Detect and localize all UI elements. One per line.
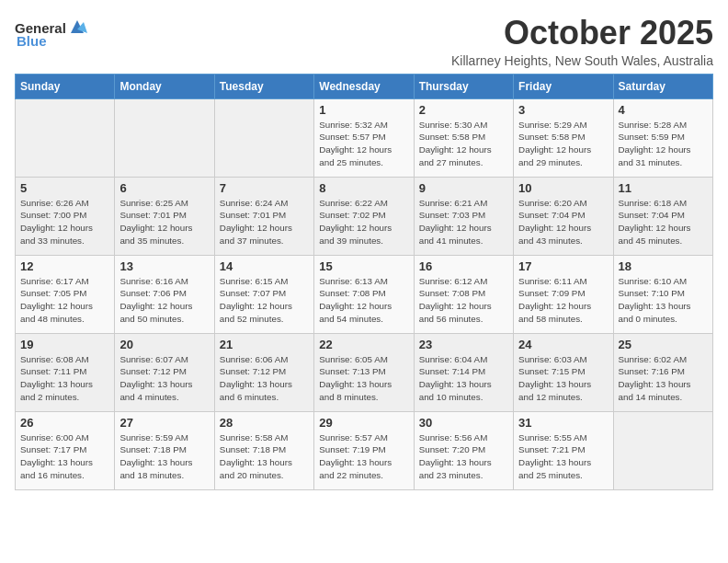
day-number: 17 xyxy=(518,259,608,273)
calendar-cell: 21Sunrise: 6:06 AM Sunset: 7:12 PM Dayli… xyxy=(214,333,313,411)
calendar-cell: 31Sunrise: 5:55 AM Sunset: 7:21 PM Dayli… xyxy=(514,411,613,489)
day-info: Sunrise: 6:21 AM Sunset: 7:03 PM Dayligh… xyxy=(419,197,508,247)
logo: General Blue xyxy=(15,18,87,49)
day-number: 26 xyxy=(20,416,109,430)
calendar-cell xyxy=(214,98,313,177)
day-number: 27 xyxy=(119,416,209,430)
day-info: Sunrise: 5:55 AM Sunset: 7:21 PM Dayligh… xyxy=(518,431,608,482)
calendar-cell xyxy=(613,411,712,489)
calendar-cell: 8Sunrise: 6:22 AM Sunset: 7:02 PM Daylig… xyxy=(314,177,414,255)
weekday-header-tuesday: Tuesday xyxy=(214,74,313,98)
weekday-header-friday: Friday xyxy=(514,74,613,98)
calendar-cell: 29Sunrise: 5:57 AM Sunset: 7:19 PM Dayli… xyxy=(314,411,414,489)
day-info: Sunrise: 6:25 AM Sunset: 7:01 PM Dayligh… xyxy=(119,197,209,247)
day-number: 3 xyxy=(518,103,608,117)
day-info: Sunrise: 5:56 AM Sunset: 7:20 PM Dayligh… xyxy=(419,431,508,482)
day-number: 16 xyxy=(419,259,508,273)
day-number: 7 xyxy=(220,181,309,195)
day-info: Sunrise: 5:57 AM Sunset: 7:19 PM Dayligh… xyxy=(319,431,408,482)
day-number: 4 xyxy=(619,103,708,117)
logo-icon xyxy=(67,17,87,37)
day-number: 25 xyxy=(619,338,708,351)
calendar-table: SundayMondayTuesdayWednesdayThursdayFrid… xyxy=(15,74,713,490)
day-number: 24 xyxy=(518,338,608,351)
weekday-header-monday: Monday xyxy=(115,74,214,98)
weekday-header-row: SundayMondayTuesdayWednesdayThursdayFrid… xyxy=(16,74,713,98)
day-number: 18 xyxy=(619,259,708,273)
weekday-header-wednesday: Wednesday xyxy=(314,74,414,98)
calendar-cell: 26Sunrise: 6:00 AM Sunset: 7:17 PM Dayli… xyxy=(16,411,115,489)
calendar-cell: 7Sunrise: 6:24 AM Sunset: 7:01 PM Daylig… xyxy=(214,177,313,255)
day-info: Sunrise: 6:26 AM Sunset: 7:00 PM Dayligh… xyxy=(20,197,109,247)
calendar-cell: 27Sunrise: 5:59 AM Sunset: 7:18 PM Dayli… xyxy=(115,411,214,489)
weekday-header-thursday: Thursday xyxy=(414,74,513,98)
calendar-cell: 16Sunrise: 6:12 AM Sunset: 7:08 PM Dayli… xyxy=(414,255,513,333)
calendar-cell: 30Sunrise: 5:56 AM Sunset: 7:20 PM Dayli… xyxy=(414,411,513,489)
day-number: 9 xyxy=(419,181,508,195)
day-number: 12 xyxy=(20,259,109,273)
day-info: Sunrise: 6:06 AM Sunset: 7:12 PM Dayligh… xyxy=(220,353,309,404)
day-info: Sunrise: 6:04 AM Sunset: 7:14 PM Dayligh… xyxy=(419,353,508,404)
day-info: Sunrise: 6:08 AM Sunset: 7:11 PM Dayligh… xyxy=(20,353,109,404)
calendar-cell: 5Sunrise: 6:26 AM Sunset: 7:00 PM Daylig… xyxy=(16,177,115,255)
calendar-cell: 18Sunrise: 6:10 AM Sunset: 7:10 PM Dayli… xyxy=(613,255,712,333)
day-info: Sunrise: 6:16 AM Sunset: 7:06 PM Dayligh… xyxy=(119,275,209,326)
day-info: Sunrise: 5:58 AM Sunset: 7:18 PM Dayligh… xyxy=(220,431,309,482)
day-info: Sunrise: 6:22 AM Sunset: 7:02 PM Dayligh… xyxy=(319,197,408,247)
day-number: 1 xyxy=(319,103,408,117)
day-info: Sunrise: 6:18 AM Sunset: 7:04 PM Dayligh… xyxy=(619,197,708,247)
day-info: Sunrise: 6:13 AM Sunset: 7:08 PM Dayligh… xyxy=(319,275,408,326)
calendar-cell: 25Sunrise: 6:02 AM Sunset: 7:16 PM Dayli… xyxy=(613,333,712,411)
day-number: 14 xyxy=(220,259,309,273)
calendar-week-3: 12Sunrise: 6:17 AM Sunset: 7:05 PM Dayli… xyxy=(16,255,713,333)
calendar-cell xyxy=(115,98,214,177)
day-number: 2 xyxy=(419,103,508,117)
weekday-header-sunday: Sunday xyxy=(16,74,115,98)
calendar-cell: 14Sunrise: 6:15 AM Sunset: 7:07 PM Dayli… xyxy=(214,255,313,333)
weekday-header-saturday: Saturday xyxy=(613,74,712,98)
calendar-cell: 11Sunrise: 6:18 AM Sunset: 7:04 PM Dayli… xyxy=(613,177,712,255)
calendar-cell: 6Sunrise: 6:25 AM Sunset: 7:01 PM Daylig… xyxy=(115,177,214,255)
calendar-cell: 13Sunrise: 6:16 AM Sunset: 7:06 PM Dayli… xyxy=(115,255,214,333)
day-number: 5 xyxy=(20,181,109,195)
calendar-cell: 2Sunrise: 5:30 AM Sunset: 5:58 PM Daylig… xyxy=(414,98,513,177)
day-info: Sunrise: 5:28 AM Sunset: 5:59 PM Dayligh… xyxy=(619,119,708,169)
calendar-cell: 24Sunrise: 6:03 AM Sunset: 7:15 PM Dayli… xyxy=(514,333,613,411)
calendar-cell: 10Sunrise: 6:20 AM Sunset: 7:04 PM Dayli… xyxy=(514,177,613,255)
day-number: 30 xyxy=(419,416,508,430)
day-number: 31 xyxy=(518,416,608,430)
calendar-cell: 28Sunrise: 5:58 AM Sunset: 7:18 PM Dayli… xyxy=(214,411,313,489)
calendar-cell xyxy=(16,98,115,177)
location-subtitle: Killarney Heights, New South Wales, Aust… xyxy=(451,53,713,68)
day-info: Sunrise: 6:00 AM Sunset: 7:17 PM Dayligh… xyxy=(20,431,109,482)
day-info: Sunrise: 6:02 AM Sunset: 7:16 PM Dayligh… xyxy=(619,353,708,404)
day-number: 22 xyxy=(319,338,408,351)
logo-blue: Blue xyxy=(17,33,47,49)
day-info: Sunrise: 6:03 AM Sunset: 7:15 PM Dayligh… xyxy=(518,353,608,404)
calendar-week-4: 19Sunrise: 6:08 AM Sunset: 7:11 PM Dayli… xyxy=(16,333,713,411)
day-number: 6 xyxy=(119,181,209,195)
day-number: 28 xyxy=(220,416,309,430)
day-info: Sunrise: 6:20 AM Sunset: 7:04 PM Dayligh… xyxy=(518,197,608,247)
day-info: Sunrise: 5:59 AM Sunset: 7:18 PM Dayligh… xyxy=(119,431,209,482)
calendar-cell: 9Sunrise: 6:21 AM Sunset: 7:03 PM Daylig… xyxy=(414,177,513,255)
day-info: Sunrise: 6:10 AM Sunset: 7:10 PM Dayligh… xyxy=(619,275,708,326)
day-number: 13 xyxy=(119,259,209,273)
day-info: Sunrise: 6:12 AM Sunset: 7:08 PM Dayligh… xyxy=(419,275,508,326)
day-number: 29 xyxy=(319,416,408,430)
calendar-week-5: 26Sunrise: 6:00 AM Sunset: 7:17 PM Dayli… xyxy=(16,411,713,489)
title-area: October 2025 Killarney Heights, New Sout… xyxy=(451,15,713,68)
day-number: 23 xyxy=(419,338,508,351)
day-number: 8 xyxy=(319,181,408,195)
calendar-cell: 12Sunrise: 6:17 AM Sunset: 7:05 PM Dayli… xyxy=(16,255,115,333)
calendar-cell: 19Sunrise: 6:08 AM Sunset: 7:11 PM Dayli… xyxy=(16,333,115,411)
day-info: Sunrise: 6:15 AM Sunset: 7:07 PM Dayligh… xyxy=(220,275,309,326)
header: General Blue October 2025 Killarney Heig… xyxy=(15,15,713,68)
day-info: Sunrise: 6:17 AM Sunset: 7:05 PM Dayligh… xyxy=(20,275,109,326)
day-info: Sunrise: 5:30 AM Sunset: 5:58 PM Dayligh… xyxy=(419,119,508,169)
day-number: 15 xyxy=(319,259,408,273)
day-number: 10 xyxy=(518,181,608,195)
day-info: Sunrise: 6:24 AM Sunset: 7:01 PM Dayligh… xyxy=(220,197,309,247)
day-number: 19 xyxy=(20,338,109,351)
calendar-week-1: 1Sunrise: 5:32 AM Sunset: 5:57 PM Daylig… xyxy=(16,98,713,177)
